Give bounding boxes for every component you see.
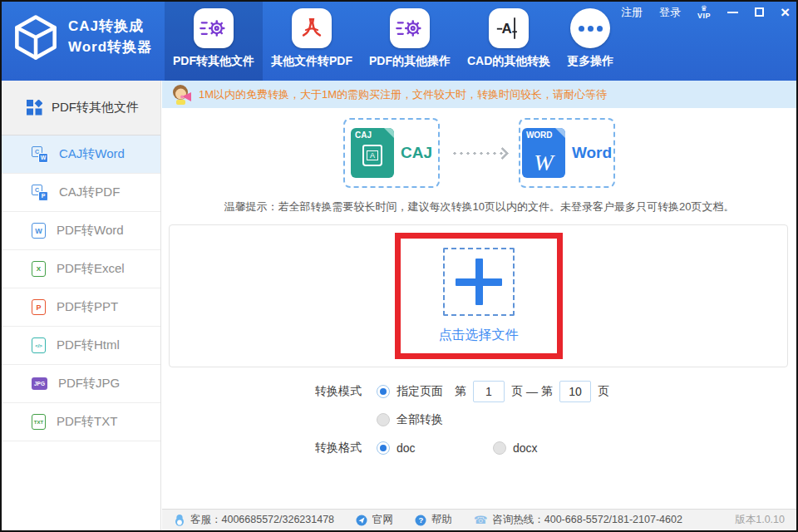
website-link[interactable]: 官网	[356, 513, 393, 527]
window-controls: 注册 登录 ♛ VIP ×	[621, 4, 790, 20]
version-label: 版本1.0.10	[735, 513, 785, 527]
main-area: 1M以内的免费转换，大于1M的需购买注册，文件较大时，转换时间较长，请耐心等待 …	[162, 81, 796, 530]
help-link[interactable]: ? 帮助	[415, 513, 452, 527]
toolbar-label: CAD的其他转换	[467, 54, 550, 69]
header-bar: CAJ转换成 Word转换器	[2, 2, 796, 81]
svg-text:?: ?	[418, 515, 423, 525]
status-bar: 客服：4006685572/326231478 官网 ? 帮助 ☎ 咨询热线：4…	[162, 509, 796, 530]
toolbar-label: PDF转其他文件	[173, 54, 254, 69]
range-dash: —	[526, 385, 538, 398]
all-mode-row: 全部转换	[162, 407, 796, 432]
radio-page-range[interactable]	[377, 385, 390, 398]
cad-icon: A	[489, 8, 529, 48]
toolbar-label: PDF的其他操作	[369, 54, 451, 69]
sidebar-item-pdf-to-word[interactable]: W PDF转Word	[2, 212, 160, 250]
toolbar-more-actions[interactable]: 更多操作	[559, 2, 622, 81]
jpg-badge-icon: JPG	[32, 377, 47, 390]
target-format-box: WORD W Word	[519, 118, 615, 188]
service-contact: 客服：4006685572/326231478	[174, 513, 334, 527]
page-unit: 页	[598, 384, 609, 399]
maximize-button[interactable]	[755, 7, 764, 17]
close-button[interactable]: ×	[781, 4, 790, 20]
format-label: 转换格式	[162, 441, 377, 456]
phone-icon: ☎	[474, 514, 487, 526]
excel-doc-icon: X	[32, 261, 46, 277]
html-doc-icon: </>	[32, 337, 46, 353]
toolbar-label: 其他文件转PDF	[271, 54, 352, 69]
convert-arrow-icon	[451, 149, 507, 158]
grid-icon	[27, 100, 42, 116]
page-from-input[interactable]	[473, 381, 505, 402]
ppt-doc-icon: P	[32, 299, 46, 315]
options-section: 转换模式 指定页面 第 页 — 第 页 全部转换 转换格式 doc	[162, 379, 796, 461]
gear-lines-icon	[194, 8, 234, 48]
mode-label: 转换模式	[162, 384, 377, 399]
sidebar-item-pdf-to-html[interactable]: </> PDF转Html	[2, 327, 160, 365]
notice-bar: 1M以内的免费转换，大于1M的需购买注册，文件较大时，转换时间较长，请耐心等待	[162, 81, 796, 108]
sidebar-item-pdf-to-jpg[interactable]: JPG PDF转JPG	[2, 365, 160, 403]
caj-pdf-icon: C P	[32, 185, 48, 201]
more-dots-icon	[570, 8, 610, 48]
caj-file-icon: CAJ A	[351, 128, 394, 178]
sidebar-item-pdf-to-excel[interactable]: X PDF转Excel	[2, 250, 160, 288]
sidebar-header-label: PDF转其他文件	[52, 100, 139, 116]
pick-file-label[interactable]: 点击选择文件	[439, 327, 519, 344]
hotline: ☎ 咨询热线：400-668-5572/181-2107-4602	[474, 513, 682, 527]
page-unit: 页	[511, 384, 523, 399]
format-row: 转换格式 doc docx	[162, 436, 796, 461]
website-icon	[356, 515, 367, 526]
sidebar-header: PDF转其他文件	[2, 81, 160, 135]
sidebar: PDF转其他文件 C W CAJ转Word C P CAJ转PDF W PDF转…	[2, 81, 161, 530]
source-format-label: CAJ	[401, 144, 432, 162]
gear-lines-icon	[390, 8, 430, 48]
sidebar-item-caj-to-word[interactable]: C W CAJ转Word	[2, 135, 160, 174]
login-link[interactable]: 登录	[659, 5, 681, 20]
toolbar-pdf-other-ops[interactable]: PDF的其他操作	[361, 2, 459, 81]
radio-convert-all[interactable]	[377, 413, 390, 426]
docx-label: docx	[513, 441, 538, 455]
page-prefix: 第	[541, 384, 553, 399]
toolbar-other-to-pdf[interactable]: 其他文件转PDF	[263, 2, 361, 81]
sidebar-item-caj-to-pdf[interactable]: C P CAJ转PDF	[2, 174, 160, 212]
toolbar-label: 更多操作	[567, 54, 613, 69]
vip-button[interactable]: ♛ VIP	[697, 5, 711, 20]
app-logo: CAJ转换成 Word转换器	[12, 13, 152, 62]
top-toolbar: PDF转其他文件 其他文件转PDF	[165, 2, 622, 81]
toolbar-pdf-to-other[interactable]: PDF转其他文件	[165, 2, 263, 81]
conversion-graphic: CAJ A CAJ WORD W Word	[162, 118, 796, 188]
qq-penguin-icon	[174, 514, 185, 526]
adobe-pdf-icon	[292, 8, 332, 48]
doc-label: doc	[397, 441, 416, 455]
sidebar-item-pdf-to-txt[interactable]: TXT PDF转TXT	[2, 403, 160, 441]
caj-word-icon: C W	[32, 146, 48, 163]
mode-row: 转换模式 指定页面 第 页 — 第 页	[162, 379, 796, 404]
annotation-red-box: 点击选择文件	[395, 233, 563, 359]
plus-icon	[456, 259, 502, 305]
help-icon: ?	[415, 515, 426, 526]
tip-text: 温馨提示：若全部转换需要较长时间，建议每次转换10页以内的文件。未登录客户最多只…	[162, 200, 796, 214]
page-prefix: 第	[455, 384, 466, 399]
app-title: CAJ转换成 Word转换器	[68, 17, 152, 57]
register-link[interactable]: 注册	[621, 5, 643, 20]
announcer-girl-icon	[170, 84, 192, 106]
notice-text: 1M以内的免费转换，大于1M的需购买注册，文件较大时，转换时间较长，请耐心等待	[199, 87, 607, 102]
sidebar-item-pdf-to-ppt[interactable]: P PDF转PPT	[2, 288, 160, 327]
word-file-icon: WORD W	[522, 128, 565, 178]
app-window: CAJ转换成 Word转换器	[0, 0, 798, 532]
logo-hexagon-icon	[12, 13, 60, 62]
word-doc-icon: W	[32, 223, 46, 239]
txt-doc-icon: TXT	[32, 414, 46, 430]
minimize-button[interactable]	[727, 12, 738, 13]
file-drop-panel[interactable]: 点击选择文件	[169, 224, 788, 367]
toolbar-cad-convert[interactable]: A CAD的其他转换	[459, 2, 559, 81]
svg-text:A: A	[502, 21, 512, 37]
add-file-button[interactable]	[443, 248, 515, 316]
radio-doc[interactable]	[377, 441, 390, 455]
radio-docx[interactable]	[493, 441, 506, 455]
source-format-box: CAJ A CAJ	[343, 118, 440, 188]
target-format-label: Word	[572, 144, 612, 162]
page-mode-label: 指定页面	[397, 384, 443, 399]
page-to-input[interactable]	[559, 381, 591, 402]
all-mode-label: 全部转换	[397, 412, 443, 427]
